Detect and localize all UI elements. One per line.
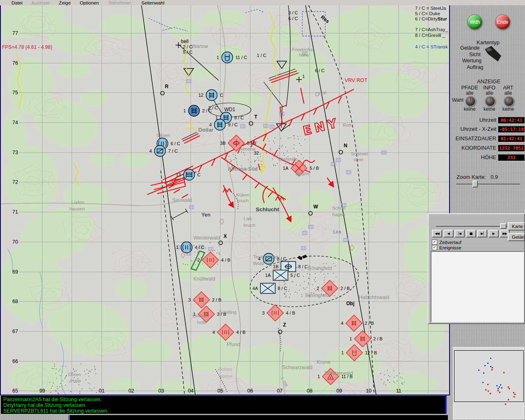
zoom-slider-handle[interactable] (472, 180, 478, 187)
place-name: Hohen (218, 367, 232, 372)
place-name: bruch (237, 198, 249, 203)
playback-button-2[interactable]: |◀ (454, 230, 465, 237)
waypoint-letter: X (224, 233, 227, 239)
roster-line: 7 / C = SteelJa (415, 6, 446, 11)
karte-button[interactable]: Karte (508, 222, 525, 231)
waypoint-letter: T (254, 114, 258, 120)
grid-row-label: 66 (12, 358, 18, 364)
playback-button-1[interactable]: ◀ (443, 230, 454, 237)
kartentyp-knob[interactable] (484, 45, 503, 62)
place-name: hausen (69, 206, 85, 211)
grid-col-label: 10 (366, 388, 372, 394)
minimap-enemy-dot (509, 388, 510, 389)
kartentyp-option-gelnde[interactable]: Gelände (460, 45, 479, 51)
unit-callsign-label: 6 / C (171, 141, 180, 146)
minimap-friendly-dot (499, 386, 500, 388)
led-einsatzdauer: 01:42:41 (498, 135, 525, 142)
roster-line: 7 / C=AshTray_ (415, 27, 448, 32)
chat-input[interactable] (70, 415, 448, 420)
menu-item-seitenwahl[interactable]: Seitenwahl (142, 0, 164, 5)
unit-id-label: 3B (220, 141, 226, 146)
led-hhe: 233 (498, 154, 525, 161)
playback-button-0[interactable]: ◀◀ (432, 230, 442, 237)
place-name: Linden (193, 313, 207, 318)
minimap-enemy-dot (490, 393, 491, 394)
anzeige-knob-info[interactable] (485, 96, 495, 107)
minimap-friendly-dot (478, 370, 479, 371)
kartentyp-option-wertung[interactable]: Wertung (462, 58, 482, 64)
minimap-enemy-dot (498, 390, 499, 391)
wdh-button[interactable]: Wdh (467, 14, 482, 30)
minimap-friendly-dot (483, 372, 484, 374)
anzeige-alle-label: alle (496, 90, 520, 96)
unit-callsign-label: 2 / B (212, 297, 221, 302)
menu-item-optionen[interactable]: Optionen (80, 0, 99, 5)
grid-row-label: 70 (12, 239, 18, 245)
waypoint-letter: N (344, 143, 347, 148)
grid-col-label: 07 (277, 388, 283, 394)
place-name: Silixen (156, 133, 170, 138)
unit-id-label: 1 (176, 245, 178, 250)
checkbox-ereignisse[interactable]: ✓ (432, 245, 437, 250)
playback-button-5[interactable]: ▶ (488, 230, 499, 237)
grid-row-label: 71 (12, 209, 18, 215)
field-label: Uhrzeit (450, 117, 496, 123)
events-listbox[interactable] (431, 251, 524, 322)
unit-callsign-label: 11 / C (235, 55, 247, 60)
place-name: Wanne (192, 43, 208, 49)
unit-callsign-label: 7 / C (168, 148, 178, 153)
kartentyp-option-auftrag[interactable]: Auftrag (467, 64, 483, 70)
unit-callsign-label: 5 / C (290, 273, 300, 278)
unit-id-label: 1 (317, 374, 320, 379)
ende-button[interactable]: Ende (495, 14, 510, 30)
minimap-enemy-dot (503, 372, 504, 373)
place-name: hagen (332, 212, 345, 217)
playback-button-4[interactable]: ▶| (477, 230, 487, 237)
led-uhrzeitxzeit: -05:17:19 (498, 126, 525, 133)
overview-minimap[interactable] (453, 347, 524, 419)
place-name: Dören (68, 372, 81, 377)
waypoint-letter: Z (283, 322, 286, 328)
minimap-enemy-dot (491, 369, 493, 370)
place-name: sonne (219, 374, 232, 379)
zoom-karte-value: 0.9 (491, 174, 498, 180)
zoom-karte-label: Zoom Karte: (457, 174, 486, 180)
place-name: Dollar (199, 127, 214, 133)
app-window: DateiAuslöserZeigeOptionenTeilnehmer:Sei… (0, 0, 525, 420)
unit-callsign-label: 2 / B (365, 321, 374, 326)
grid-col-label: 99 (39, 388, 45, 394)
unit-callsign-label: 2 / B (373, 336, 383, 341)
menu-item-zeige[interactable]: Zeige (59, 0, 71, 5)
timeline-handle[interactable] (500, 223, 507, 229)
unit-callsign-label: 8 / C (278, 286, 287, 291)
minimap-friendly-dot (496, 385, 498, 386)
unit-callsign-label: 8 / C (298, 264, 308, 269)
menu-item-datei[interactable]: Datei (11, 0, 23, 5)
unit-id-label: 1A (283, 166, 289, 171)
place-name: höhe (299, 52, 309, 57)
map-canvas[interactable]: 7776757473727170696867666599010203040506… (1, 5, 449, 395)
unit-id-label: 13 (176, 172, 181, 177)
place-name: Almena (240, 146, 256, 151)
place-name: Böhmerwald (324, 370, 353, 376)
unit-id-label: 4A (253, 286, 258, 291)
timeline-track[interactable] (436, 226, 507, 227)
unit-text-label: 1 / C (257, 53, 266, 58)
roster-line: 5 / C= Duke (415, 11, 440, 16)
anzeige-title: ANZEIGE (477, 78, 500, 84)
place-name: Bösingfeld (305, 292, 329, 298)
unit-callsign-label: 9 / C (228, 122, 237, 127)
anzeige-knob-art[interactable] (504, 96, 514, 107)
playback-button-3[interactable]: ■ (466, 230, 476, 237)
message-scrollbar[interactable] (445, 395, 447, 414)
gelaende-button[interactable]: Gelände (508, 233, 525, 241)
kartentyp-option-sicht[interactable]: Sicht (469, 52, 481, 57)
place-name: Schevel (351, 151, 368, 156)
minimap-friendly-dot (490, 358, 491, 359)
checkbox-zeitverlauf[interactable]: ✓ (432, 240, 437, 245)
place-name: Friedrichs (292, 47, 313, 52)
anzeige-wahl-label: Wahl (452, 97, 463, 103)
unit-id-label: 3 (188, 297, 191, 302)
zoom-slider-track[interactable] (456, 184, 520, 185)
anzeige-knob-pfade[interactable] (465, 96, 476, 107)
